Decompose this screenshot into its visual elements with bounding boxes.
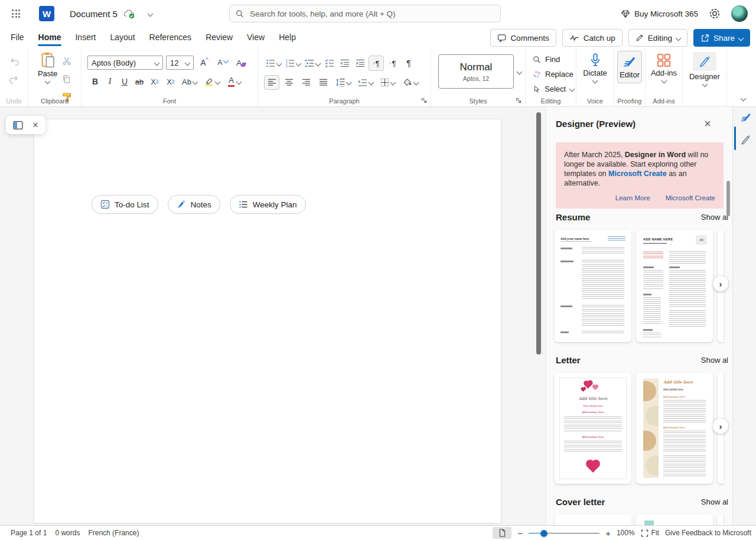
bold-button[interactable]: B — [89, 74, 102, 89]
designer-button[interactable]: Designer — [683, 47, 726, 86]
strikethrough-button[interactable]: ab — [133, 74, 146, 89]
shrink-font-button[interactable]: A — [215, 56, 230, 70]
font-name-select[interactable]: Aptos (Body) — [87, 56, 163, 70]
replace-button[interactable]: bc Replace — [533, 68, 576, 80]
subscript-button[interactable]: X2 — [148, 74, 162, 89]
decrease-indent-button[interactable] — [338, 56, 352, 70]
ltr-text-direction-button[interactable]: ›¶ — [369, 56, 384, 71]
app-launcher-icon[interactable] — [8, 6, 24, 21]
menu-references[interactable]: References — [144, 30, 198, 45]
collapse-ribbon-chevron-icon[interactable] — [741, 96, 747, 102]
microsoft-create-inline-link[interactable]: Microsoft Create — [608, 170, 667, 178]
styles-dialog-launcher-icon[interactable] — [515, 97, 522, 104]
align-left-button[interactable] — [264, 75, 279, 90]
navigation-pane-icon[interactable] — [13, 121, 23, 130]
numbering-button[interactable]: 123 — [284, 56, 302, 70]
weekly-plan-button[interactable]: Weekly Plan — [230, 195, 306, 214]
designer-pane-icon[interactable] — [740, 134, 751, 145]
editing-mode-button[interactable]: Editing — [628, 29, 687, 47]
select-button[interactable]: Select — [533, 83, 576, 95]
clear-formatting-button[interactable]: A — [233, 56, 249, 70]
redo-icon[interactable] — [9, 72, 19, 86]
letter-template-2[interactable]: Add title here Add subtitle here Add hea… — [636, 373, 713, 484]
zoom-slider-thumb[interactable] — [540, 530, 548, 537]
undo-icon[interactable] — [9, 54, 19, 69]
cover-letter-show-all-link[interactable]: Show al — [701, 497, 728, 506]
bullets-button[interactable] — [264, 56, 282, 70]
cover-letter-template-2[interactable] — [636, 515, 713, 526]
document-page[interactable]: To-do List Notes Weekly Plan — [34, 119, 501, 523]
underline-button[interactable]: U — [118, 74, 131, 89]
resume-template-2[interactable]: ADD NAME HERE AB — [636, 230, 713, 342]
menu-layout[interactable]: Layout — [104, 30, 141, 45]
justify-button[interactable] — [315, 76, 331, 90]
word-count[interactable]: 0 words — [55, 529, 80, 537]
checklist-button[interactable] — [322, 56, 337, 70]
show-formatting-marks-button[interactable]: ¶ — [402, 56, 416, 70]
buy-microsoft-365-button[interactable]: Buy Microsoft 365 — [621, 9, 698, 18]
grow-font-button[interactable]: A^ — [197, 56, 212, 70]
zoom-level[interactable]: 100% — [617, 529, 635, 537]
menu-home[interactable]: Home — [32, 30, 67, 45]
cut-icon[interactable] — [62, 54, 71, 68]
document-title-chevron-icon[interactable] — [147, 11, 153, 17]
menu-file[interactable]: File — [5, 30, 30, 45]
menu-review[interactable]: Review — [200, 30, 239, 45]
font-size-select[interactable]: 12 — [166, 56, 194, 70]
style-normal-button[interactable]: Normal Aptos, 12 — [438, 54, 514, 89]
resume-next-chevron-button[interactable]: › — [713, 276, 728, 291]
paste-button[interactable]: Paste — [38, 52, 57, 105]
increase-indent-button[interactable] — [353, 56, 367, 70]
account-avatar[interactable] — [731, 5, 748, 22]
document-scrollbar[interactable] — [536, 112, 541, 354]
copy-icon[interactable] — [62, 72, 71, 86]
comments-button[interactable]: Comments — [490, 29, 556, 47]
rtl-text-direction-button[interactable]: ‹¶ — [385, 56, 400, 70]
italic-button[interactable]: I — [103, 74, 116, 89]
letter-template-1[interactable]: Add title here Add subtitle here Add hea… — [555, 373, 631, 484]
microsoft-create-link[interactable]: Microsoft Create — [666, 193, 715, 203]
settings-gear-icon[interactable] — [709, 8, 721, 19]
letter-show-all-link[interactable]: Show al — [701, 356, 728, 365]
text-highlight-button[interactable] — [201, 74, 223, 89]
resume-template-1[interactable]: Add your name here — [555, 230, 631, 342]
close-icon[interactable]: × — [704, 118, 711, 129]
editor-button[interactable]: Editor — [617, 51, 642, 83]
multilevel-list-button[interactable] — [303, 56, 321, 70]
superscript-button[interactable]: X2 — [164, 74, 178, 89]
page-count[interactable]: Page 1 of 1 — [11, 529, 47, 537]
word-logo[interactable]: W — [39, 6, 54, 21]
align-right-button[interactable] — [298, 76, 314, 90]
cover-letter-template-3-partial[interactable] — [718, 515, 724, 526]
styles-gallery-chevron-icon[interactable] — [517, 69, 523, 74]
saved-cloud-icon[interactable] — [123, 9, 135, 19]
share-button[interactable]: Share — [693, 29, 750, 47]
cover-letter-template-1[interactable] — [555, 515, 631, 526]
resume-show-all-link[interactable]: Show al — [701, 213, 728, 222]
paragraph-spacing-button[interactable] — [355, 76, 376, 90]
menu-insert[interactable]: Insert — [69, 30, 102, 45]
zoom-out-button[interactable]: − — [517, 529, 523, 538]
dictate-button[interactable]: Dictate — [576, 47, 614, 83]
panel-scrollbar[interactable] — [726, 181, 730, 216]
zoom-in-button[interactable]: + — [605, 529, 611, 538]
zoom-slider[interactable] — [529, 529, 599, 537]
line-spacing-button[interactable] — [333, 76, 353, 90]
borders-button[interactable] — [377, 76, 398, 90]
catch-up-button[interactable]: Catch up — [562, 29, 623, 47]
editor-pane-icon[interactable] — [740, 112, 752, 123]
print-layout-view-button[interactable] — [493, 527, 511, 539]
language-indicator[interactable]: French (France) — [88, 529, 139, 537]
document-title[interactable]: Document 5 — [70, 9, 118, 19]
fit-button[interactable]: Fit — [641, 529, 659, 537]
align-center-button[interactable] — [281, 76, 296, 90]
search-input[interactable] — [249, 9, 494, 19]
find-button[interactable]: Find — [533, 53, 576, 66]
shading-button[interactable] — [400, 76, 421, 90]
letter-next-chevron-button[interactable]: › — [713, 418, 728, 434]
notes-button[interactable]: Notes — [168, 195, 220, 214]
font-color-button[interactable]: A — [224, 74, 245, 89]
change-case-button[interactable]: Ab — [180, 74, 200, 89]
addins-button[interactable]: Add-ins — [646, 47, 682, 83]
menu-help[interactable]: Help — [273, 30, 302, 45]
